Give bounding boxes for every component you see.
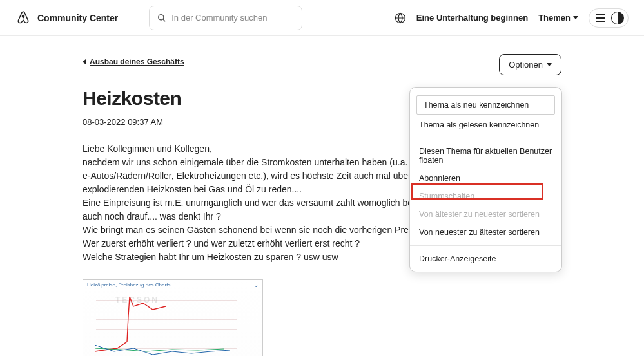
brand-label: Community Center xyxy=(37,13,118,23)
chevron-down-icon xyxy=(573,16,578,19)
menu-item-mark-new[interactable]: Thema als neu kennzeichnen xyxy=(416,95,555,115)
chart-body: TECSON xyxy=(83,290,262,356)
chart-header: Heizölpreise, Preisbezug des Charts... ⌄ xyxy=(83,280,262,290)
brand[interactable]: Community Center xyxy=(15,10,118,26)
menu-item-printer-view[interactable]: Drucker-Anzeigeseite xyxy=(410,250,561,268)
themes-dropdown[interactable]: Themen xyxy=(538,13,578,23)
chevron-down-icon: ⌄ xyxy=(253,281,259,288)
menu-item-mark-read[interactable]: Thema als gelesen kennzeichnen xyxy=(410,116,561,134)
menu-item-sort-new-old[interactable]: Von neuester zu ältester sortieren xyxy=(410,223,561,241)
breadcrumb-label: Ausbau deines Geschäfts xyxy=(90,57,184,66)
user-menu[interactable] xyxy=(589,8,629,28)
svg-line-1 xyxy=(163,19,166,21)
options-button[interactable]: Optionen xyxy=(499,54,561,75)
options-label: Optionen xyxy=(509,60,543,70)
search-box[interactable] xyxy=(149,6,302,30)
breadcrumb[interactable]: Ausbau deines Geschäfts xyxy=(83,57,184,66)
search-icon xyxy=(157,14,166,23)
hamburger-icon xyxy=(596,17,605,19)
post-time: 09:37 AM xyxy=(128,117,163,127)
menu-item-float[interactable]: Diesen Thema für aktuellen Benutzer floa… xyxy=(410,142,561,169)
chevron-left-icon xyxy=(83,59,86,64)
themes-label: Themen xyxy=(538,13,571,23)
menu-item-subscribe[interactable]: Abonnieren xyxy=(410,169,561,187)
menu-item-sort-old-new[interactable]: Von ältester zu neuester sortieren xyxy=(410,205,561,223)
start-conversation-link[interactable]: Eine Unterhaltung beginnen xyxy=(416,13,528,23)
chart-title: Heizölpreise, Preisbezug des Charts... xyxy=(87,282,175,288)
chart-thumbnail[interactable]: Heizölpreise, Preisbezug des Charts... ⌄… xyxy=(83,279,263,356)
airbnb-logo-icon xyxy=(15,10,31,26)
top-bar: Community Center Eine Unterhaltung begin… xyxy=(0,0,644,36)
menu-item-mute: Stummschalten xyxy=(410,187,561,205)
chart-lines-icon xyxy=(95,290,249,356)
chevron-down-icon xyxy=(547,63,552,66)
search-input[interactable] xyxy=(171,13,294,23)
post-date: 08-03-2022 xyxy=(83,117,126,127)
globe-icon[interactable] xyxy=(395,12,406,24)
options-menu: Thema als neu kennzeichnen Thema als gel… xyxy=(409,87,562,272)
avatar-icon xyxy=(611,12,624,24)
svg-point-0 xyxy=(159,14,164,19)
